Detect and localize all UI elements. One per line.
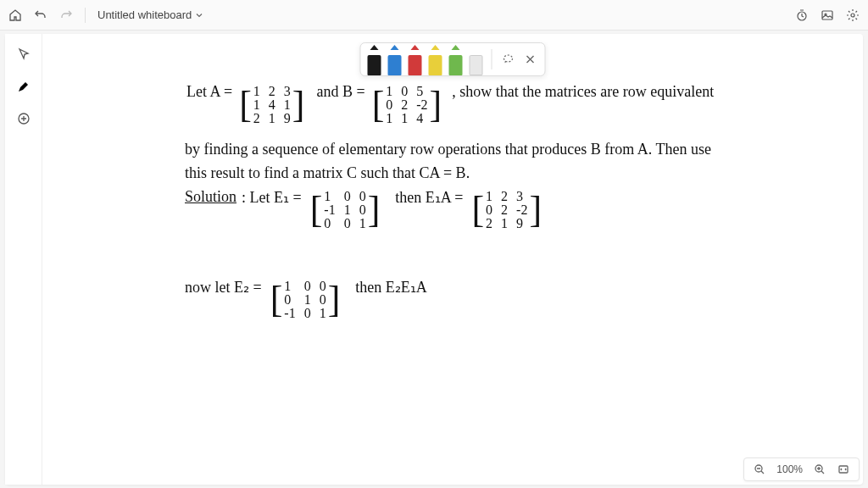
- ink-line-5: now let E₂ = [ 100 010 -101 ] then E₂E₁A: [185, 278, 427, 322]
- ink-solution-label: Solution: [185, 188, 236, 206]
- fit-screen-icon[interactable]: [837, 463, 850, 476]
- ink-text: , show that the matrices are row equival…: [452, 83, 714, 101]
- ink-text: then E₁A =: [395, 188, 463, 207]
- undo-icon[interactable]: [34, 8, 47, 22]
- ink-line-4: Solution : Let E₁ = [ 100 -110 001 ] the…: [185, 188, 545, 232]
- zoom-bar: 100%: [743, 458, 860, 481]
- whiteboard-canvas[interactable]: Let A = [ 123 141 219 ] and B = [ 105 02…: [42, 34, 863, 485]
- app-root: Untitled whiteboard: [0, 0, 868, 488]
- pen-tool[interactable]: [15, 78, 32, 95]
- pen-yellow[interactable]: [429, 50, 442, 75]
- divider: [492, 49, 492, 69]
- timer-icon[interactable]: [795, 8, 809, 22]
- ink-text: now let E₂ =: [185, 278, 262, 297]
- ink-text: and B =: [316, 83, 364, 101]
- lasso-icon[interactable]: [501, 52, 516, 67]
- pen-red[interactable]: [409, 50, 422, 75]
- chevron-down-icon: [195, 11, 203, 19]
- document-title-text: Untitled whiteboard: [97, 8, 192, 21]
- pen-highlighter[interactable]: [470, 55, 483, 75]
- ink-line-3: this result to find a matrix C such that…: [185, 164, 470, 182]
- svg-point-3: [851, 14, 854, 17]
- image-icon[interactable]: [821, 8, 834, 22]
- matrix-E1A: [ 123 02-2 219 ]: [468, 188, 545, 232]
- svg-rect-1: [822, 11, 832, 19]
- redo-icon: [59, 8, 73, 22]
- add-tool[interactable]: [15, 110, 32, 127]
- divider: [85, 8, 86, 23]
- titlebar-right: [795, 8, 860, 22]
- titlebar: Untitled whiteboard: [0, 0, 868, 30]
- matrix-B: [ 105 02-2 114 ]: [369, 83, 446, 127]
- matrix-E2: [ 100 010 -101 ]: [267, 278, 344, 322]
- zoom-level: 100%: [776, 463, 803, 475]
- settings-icon[interactable]: [846, 8, 860, 22]
- ink-text: : Let E₁ =: [242, 188, 302, 207]
- ink-line-2: by finding a sequence of elementary row …: [185, 141, 711, 158]
- matrix-A: [ 123 141 219 ]: [236, 83, 308, 127]
- pen-blue[interactable]: [388, 50, 402, 75]
- pointer-tool[interactable]: [15, 46, 32, 63]
- tool-rail: [5, 34, 42, 485]
- document-title[interactable]: Untitled whiteboard: [97, 8, 203, 21]
- ink-text: Let A =: [186, 83, 232, 101]
- pen-green[interactable]: [449, 50, 463, 75]
- close-icon[interactable]: [523, 52, 538, 67]
- main-area: Let A = [ 123 141 219 ] and B = [ 105 02…: [5, 34, 863, 485]
- zoom-out-icon[interactable]: [753, 463, 766, 476]
- home-icon[interactable]: [8, 8, 22, 22]
- pen-black[interactable]: [368, 50, 381, 75]
- ink-text: then E₂E₁A: [355, 278, 426, 297]
- zoom-in-icon[interactable]: [813, 463, 826, 476]
- matrix-E1: [ 100 -110 001 ]: [307, 188, 384, 232]
- pen-palette: [360, 42, 546, 76]
- titlebar-left: Untitled whiteboard: [8, 8, 203, 23]
- ink-line-1: Let A = [ 123 141 219 ] and B = [ 105 02…: [186, 83, 714, 127]
